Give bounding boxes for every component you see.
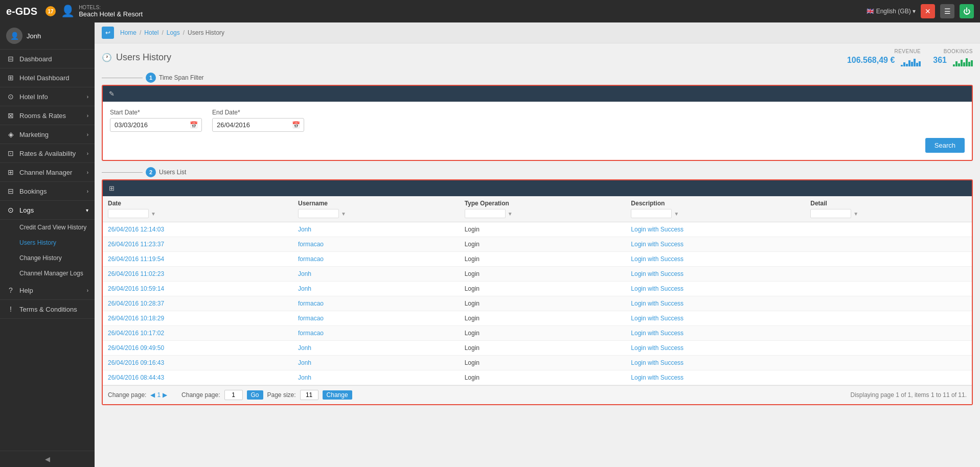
cell-description[interactable]: Login with Success: [626, 341, 805, 356]
page-size-input[interactable]: [300, 390, 318, 400]
scrollable-content: 1 Time Span Filter ✎ Start Date* 📅: [95, 69, 980, 467]
sidebar-item-hotel-info[interactable]: ⊙ Hotel Info ›: [0, 87, 95, 106]
cell-username[interactable]: Jonh: [293, 356, 460, 370]
cell-date[interactable]: 26/04/2016 09:49:50: [103, 341, 293, 356]
cell-username[interactable]: Jonh: [293, 222, 460, 237]
next-page-button[interactable]: ▶: [163, 391, 167, 399]
cell-username[interactable]: Jonh: [293, 341, 460, 356]
users-list-panel: ⊞ Date ▼: [102, 179, 973, 405]
hotel-name[interactable]: Beach Hotel & Resort: [79, 10, 143, 18]
cell-description[interactable]: Login with Success: [626, 370, 805, 385]
cell-description[interactable]: Login with Success: [626, 311, 805, 326]
col-description: Description ▼: [626, 196, 805, 222]
change-page-size-button[interactable]: Change: [323, 390, 352, 400]
sidebar-sub-users-history[interactable]: Users History: [0, 235, 95, 250]
calendar-icon[interactable]: 📅: [190, 121, 198, 129]
cell-username[interactable]: formacao: [293, 237, 460, 252]
sidebar-item-bookings[interactable]: ⊟ Bookings ›: [0, 182, 95, 201]
search-button[interactable]: Search: [925, 138, 965, 153]
bar: [953, 64, 955, 66]
change-page-label: Change page:: [108, 391, 146, 399]
sidebar-item-help[interactable]: ? Help ›: [0, 281, 95, 300]
cell-username[interactable]: formacao: [293, 326, 460, 341]
cell-date[interactable]: 26/04/2016 11:23:37: [103, 237, 293, 252]
user-avatar-icon: 👤: [61, 5, 75, 18]
notifications-area[interactable]: 17 👤: [45, 5, 75, 18]
cell-date[interactable]: 26/04/2016 11:19:54: [103, 252, 293, 267]
detail-filter-input[interactable]: [810, 209, 851, 218]
sidebar-item-dashboard[interactable]: ⊟ Dashboard: [0, 50, 95, 68]
sidebar-sub-change-history[interactable]: Change History: [0, 250, 95, 266]
chevron-right-icon: ›: [87, 170, 88, 175]
sidebar-item-marketing[interactable]: ◈ Marketing ›: [0, 125, 95, 144]
cell-username[interactable]: Jonh: [293, 370, 460, 385]
type-filter-input[interactable]: [465, 209, 506, 218]
hotels-label: HOTELS:: [79, 5, 143, 10]
cell-date[interactable]: 26/04/2016 09:16:43: [103, 356, 293, 370]
chevron-down-icon: ▾: [86, 207, 88, 213]
cell-description[interactable]: Login with Success: [626, 282, 805, 296]
sidebar-item-channel-manager[interactable]: ⊞ Channel Manager ›: [0, 163, 95, 182]
power-button[interactable]: ⏻: [960, 4, 974, 18]
sidebar-item-logs[interactable]: ⊙ Logs ▾: [0, 201, 95, 220]
page-input[interactable]: [224, 390, 243, 400]
date-filter-input[interactable]: [108, 209, 149, 218]
sidebar-item-hotel-dashboard[interactable]: ⊞ Hotel Dashboard: [0, 68, 95, 87]
cell-date[interactable]: 26/04/2016 10:17:02: [103, 326, 293, 341]
sidebar-collapse-button[interactable]: ◀: [0, 451, 95, 467]
filter-panel: ✎ Start Date* 📅 End Date*: [102, 85, 973, 161]
menu-button[interactable]: ☰: [940, 4, 954, 18]
cell-username[interactable]: formacao: [293, 311, 460, 326]
sidebar-item-rates-availability[interactable]: ⊡ Rates & Availability ›: [0, 144, 95, 163]
go-button[interactable]: Go: [247, 390, 263, 400]
table-icon: ⊞: [109, 184, 115, 192]
end-date-label: End Date*: [212, 109, 304, 116]
description-filter-input[interactable]: [631, 209, 672, 218]
cell-username[interactable]: formacao: [293, 252, 460, 267]
cell-username[interactable]: formacao: [293, 296, 460, 311]
cell-description[interactable]: Login with Success: [626, 326, 805, 341]
cell-date[interactable]: 26/04/2016 10:59:14: [103, 282, 293, 296]
cell-description[interactable]: Login with Success: [626, 356, 805, 370]
breadcrumb-hotel[interactable]: Hotel: [144, 29, 158, 36]
cell-username[interactable]: Jonh: [293, 267, 460, 282]
cell-username[interactable]: Jonh: [293, 282, 460, 296]
cell-date[interactable]: 26/04/2016 10:28:37: [103, 296, 293, 311]
bar: [906, 64, 908, 66]
cell-date[interactable]: 26/04/2016 12:14:03: [103, 222, 293, 237]
edit-icon: ✎: [109, 90, 115, 98]
cell-description[interactable]: Login with Success: [626, 267, 805, 282]
filter-icon: ▼: [853, 211, 858, 217]
cell-description[interactable]: Login with Success: [626, 296, 805, 311]
sidebar-sub-channel-manager-logs[interactable]: Channel Manager Logs: [0, 266, 95, 281]
col-date: Date ▼: [103, 196, 293, 222]
breadcrumb-back-button[interactable]: ↩: [102, 27, 114, 39]
displaying-info: Displaying page 1 of 1, items 1 to 11 of…: [851, 391, 967, 399]
rooms-rates-icon: ⊠: [6, 111, 15, 120]
start-date-group: Start Date* 📅: [110, 109, 202, 132]
sidebar-item-rooms-rates[interactable]: ⊠ Rooms & Rates ›: [0, 106, 95, 125]
close-button[interactable]: ✕: [921, 4, 935, 18]
cell-date[interactable]: 26/04/2016 10:18:29: [103, 311, 293, 326]
username-filter-input[interactable]: [298, 209, 339, 218]
prev-page-button[interactable]: ◀: [150, 391, 155, 399]
cell-date[interactable]: 26/04/2016 11:02:23: [103, 267, 293, 282]
cell-date[interactable]: 26/04/2016 08:44:43: [103, 370, 293, 385]
end-date-input[interactable]: [212, 118, 304, 132]
filter-icon: ▼: [151, 211, 156, 217]
calendar-icon[interactable]: 📅: [292, 121, 300, 129]
cell-type: Login: [460, 282, 626, 296]
cell-description[interactable]: Login with Success: [626, 222, 805, 237]
start-date-input[interactable]: [110, 118, 202, 132]
breadcrumb-home[interactable]: Home: [120, 29, 136, 36]
sidebar-item-terms[interactable]: ! Terms & Conditions: [0, 300, 95, 319]
cell-description[interactable]: Login with Success: [626, 252, 805, 267]
bookings-icon: ⊟: [6, 187, 15, 195]
sidebar-sub-credit-card-history[interactable]: Credit Card View History: [0, 220, 95, 235]
bar: [955, 61, 958, 66]
cell-description[interactable]: Login with Success: [626, 237, 805, 252]
main-layout: 👤 Jonh ⊟ Dashboard ⊞ Hotel Dashboard ⊙ H…: [0, 22, 980, 467]
breadcrumb-logs[interactable]: Logs: [167, 29, 180, 36]
language-selector[interactable]: 🇬🇧 English (GB) ▾: [867, 8, 916, 15]
cell-type: Login: [460, 237, 626, 252]
